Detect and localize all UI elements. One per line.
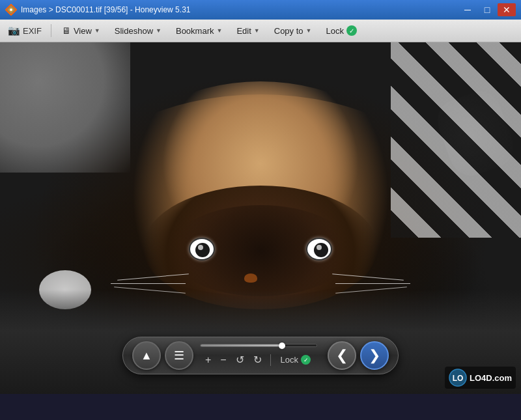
view-icon: 🖥 — [62, 25, 71, 36]
watermark-logo: LO — [449, 369, 467, 387]
lock-label: Lock — [326, 26, 343, 36]
watermark-inner: LO LO4D.com — [445, 367, 516, 389]
prev-button[interactable]: ❮ — [328, 341, 356, 370]
progress-thumb — [279, 343, 285, 349]
image-area: ▲ ☰ + − ↺ ↻ Lock ✓ — [0, 42, 521, 394]
view-arrow: ▼ — [94, 27, 100, 34]
title-bar: Images > DSC00011.tif [39/56] - Honeyvie… — [0, 0, 521, 20]
bookmark-arrow: ▼ — [217, 27, 223, 34]
close-button[interactable]: ✕ — [498, 3, 516, 16]
slideshow-arrow: ▼ — [156, 27, 162, 34]
lock-menu[interactable]: Lock ✓ — [319, 23, 363, 38]
svg-text:LO: LO — [453, 374, 464, 383]
copyto-label: Copy to — [274, 26, 303, 36]
toolbar-lock-button[interactable]: Lock ✓ — [277, 354, 315, 366]
window-title: Images > DSC00011.tif [39/56] - Honeyvie… — [21, 5, 190, 14]
rotate-right-button[interactable]: ↻ — [251, 352, 264, 367]
menu-separator-1 — [51, 24, 51, 37]
exif-button[interactable]: 📷 EXIF — [3, 22, 47, 39]
title-left: Images > DSC00011.tif [39/56] - Honeyvie… — [5, 4, 190, 16]
view-label: View — [74, 26, 92, 36]
menu-bar: 📷 EXIF 🖥 View ▼ Slideshow ▼ Bookmark ▼ E… — [0, 20, 521, 42]
toolbar-center: + − ↺ ↻ Lock ✓ — [200, 344, 317, 367]
app-icon — [5, 4, 17, 16]
rotate-left-button[interactable]: ↺ — [233, 352, 247, 367]
bookmark-menu[interactable]: Bookmark ▼ — [169, 23, 229, 38]
toolbar-divider — [270, 354, 271, 366]
watermark-text: LO4D.com — [470, 373, 512, 383]
bookmark-label: Bookmark — [176, 26, 214, 36]
edit-arrow: ▼ — [254, 27, 260, 34]
progress-fill — [201, 344, 282, 346]
watermark: LO LO4D.com — [445, 367, 516, 389]
next-button[interactable]: ❯ — [360, 341, 389, 370]
edit-label: Edit — [236, 26, 251, 36]
controls-row: + − ↺ ↻ Lock ✓ — [203, 352, 315, 367]
camera-icon: 📷 — [8, 25, 20, 36]
copyto-arrow: ▼ — [306, 27, 312, 34]
window-controls[interactable]: ─ □ ✕ — [458, 3, 516, 16]
fit-button[interactable]: ▲ — [132, 341, 161, 370]
slideshow-menu[interactable]: Slideshow ▼ — [108, 23, 168, 38]
lock-check-small: ✓ — [301, 355, 311, 365]
restore-button[interactable]: □ — [478, 3, 496, 16]
svg-point-2 — [10, 8, 12, 11]
view-menu[interactable]: 🖥 View ▼ — [55, 23, 107, 38]
zoom-in-button[interactable]: + — [203, 353, 214, 367]
exif-label: EXIF — [23, 26, 42, 36]
minimize-button[interactable]: ─ — [458, 3, 477, 16]
zoom-out-button[interactable]: − — [218, 353, 229, 367]
lock-check-icon: ✓ — [346, 25, 357, 36]
edit-menu[interactable]: Edit ▼ — [230, 23, 266, 38]
progress-bar[interactable] — [200, 344, 317, 347]
lock-text: Lock — [281, 355, 298, 365]
menu-button[interactable]: ☰ — [165, 341, 193, 370]
copyto-menu[interactable]: Copy to ▼ — [268, 23, 318, 38]
bottom-toolbar: ▲ ☰ + − ↺ ↻ Lock ✓ — [122, 337, 399, 374]
slideshow-label: Slideshow — [115, 26, 153, 36]
